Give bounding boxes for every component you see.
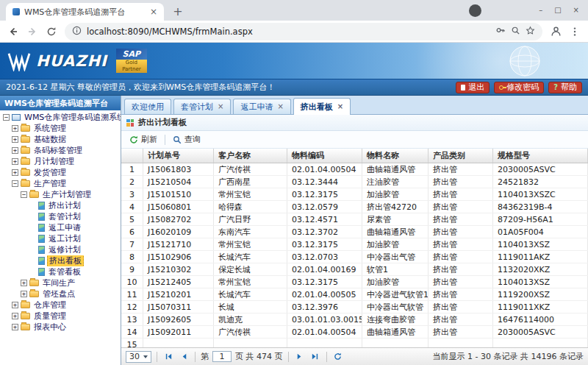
header-row-number [121, 149, 143, 163]
help-button[interactable]: 帮助 [548, 82, 582, 93]
tab-close-icon[interactable]: × [277, 103, 283, 110]
tree-item[interactable]: +月计划管理 [0, 156, 121, 167]
table-row[interactable]: 5J15082702广汽日野03.12.4571尿素管挤出管87209-H56A… [121, 213, 588, 226]
tree-item[interactable]: +基础数据 [0, 134, 121, 145]
url-text[interactable]: localhost:8090/MCHWMS/frmMain.aspx [87, 26, 490, 37]
tree-item[interactable]: +质量管理 [0, 311, 121, 322]
back-icon[interactable] [7, 26, 19, 38]
profile-avatar[interactable] [469, 4, 481, 17]
tab-close-icon[interactable]: × [337, 103, 343, 110]
column-header[interactable]: 物料编码 [287, 149, 362, 163]
table-row[interactable]: 8J15102906长城汽车03.12.0703中冷器出气管挤出管1119011… [121, 251, 588, 263]
tree-item-label: 返修计划 [47, 244, 82, 255]
password-key-icon[interactable] [495, 25, 506, 38]
table-row[interactable]: 1J15061803广汽传祺02.01.04.00504曲轴箱通风管挤出管203… [121, 163, 588, 176]
bookmark-star-icon[interactable] [526, 26, 535, 38]
column-header[interactable]: 客户名称 [214, 149, 287, 163]
table-row[interactable]: 2J15210504广西南星03.12.3444注油胶管挤出管24521832 [121, 176, 588, 188]
table-row[interactable]: 10J15212405常州宝铠03.12.3175加油胶管挤出管1104013X… [121, 276, 588, 288]
pager-refresh-button[interactable] [332, 351, 344, 363]
tree-item[interactable]: +车间生产 [0, 277, 121, 288]
tree-item[interactable]: 返修计划 [0, 244, 121, 255]
tree-item[interactable]: 返工申请 [0, 222, 121, 233]
folder-icon [21, 302, 30, 308]
tree-item[interactable]: +系统管理 [0, 123, 121, 134]
tree-item[interactable]: −WMS仓库管理条码追溯系统 [0, 112, 121, 123]
forward-icon[interactable] [26, 26, 38, 38]
doc-tab[interactable]: 欢迎使用 [124, 99, 171, 114]
expand-toggle-icon[interactable]: + [12, 302, 18, 308]
tree-item[interactable]: 套管看板 [0, 266, 121, 277]
table-row[interactable]: 13J15092605凯迪克03.01.01.03.00152连接弯曲胶管挤出管… [121, 313, 588, 326]
cell [143, 339, 214, 347]
tree-item[interactable]: 挤出计划 [0, 200, 121, 211]
table-row[interactable]: 7J15121710常州宝铠03.12.3175加油胶管挤出管1104013XS… [121, 238, 588, 251]
close-icon[interactable] [573, 7, 579, 14]
menu-dots-icon[interactable] [569, 26, 581, 38]
table-row[interactable]: 9J15210302保定长城02.01.04.00169软管1挤出管113202… [121, 263, 588, 276]
page-number-input[interactable]: 1 [212, 351, 232, 362]
expand-toggle-icon[interactable]: + [12, 313, 18, 319]
browser-tab[interactable]: WMS仓库管理条码追溯平台 [6, 3, 164, 21]
tree-item-label: 套管看板 [47, 266, 82, 277]
expand-toggle-icon[interactable]: + [12, 169, 18, 176]
expand-toggle-icon[interactable]: + [12, 158, 18, 165]
column-header[interactable]: 产品类别 [429, 149, 493, 163]
column-header[interactable]: 规格型号 [493, 149, 588, 163]
table-row[interactable]: 6J16020109东南汽车03.12.3702曲轴箱通风管挤出管01A05F0… [121, 226, 588, 238]
tab-close-icon[interactable] [150, 7, 157, 16]
row-number: 6 [121, 226, 143, 238]
address-bar[interactable]: localhost:8090/MCHWMS/frmMain.aspx [65, 23, 542, 40]
expand-toggle-icon[interactable]: + [21, 280, 27, 286]
cell: 挤出管 [429, 226, 493, 238]
tab-close-icon[interactable]: × [218, 103, 223, 110]
table-row[interactable]: 11J15210201长城汽车02.01.04.00505中冷器进气软管1挤出管… [121, 288, 588, 301]
cell: J15210302 [143, 263, 214, 275]
tree-item[interactable]: +条码标签管理 [0, 145, 121, 156]
change-password-button[interactable]: 修改密码 [494, 82, 544, 93]
doc-tab[interactable]: 返工申请× [233, 99, 290, 114]
expand-toggle-icon[interactable]: + [21, 291, 27, 297]
minimize-icon[interactable] [539, 7, 542, 14]
expand-toggle-icon[interactable]: + [12, 324, 18, 330]
logout-button[interactable]: 退出 [456, 82, 490, 93]
collapse-toggle-icon[interactable]: − [3, 114, 10, 121]
first-page-button[interactable] [162, 351, 174, 363]
cell: 长城 [214, 301, 287, 313]
prev-page-button[interactable] [178, 351, 190, 363]
last-page-button[interactable] [309, 351, 321, 363]
expand-toggle-icon[interactable]: + [12, 147, 18, 154]
collapse-toggle-icon[interactable]: − [21, 191, 27, 198]
tree-item[interactable]: +发货管理 [0, 167, 121, 178]
user-icon[interactable] [550, 26, 562, 38]
tree-item[interactable]: +报表中心 [0, 322, 121, 333]
tree-item[interactable]: +仓库管理 [0, 300, 121, 311]
query-button[interactable]: 查询 [170, 133, 204, 146]
refresh-button[interactable]: 刷新 [126, 133, 160, 146]
table-row[interactable]: 12J15070311长城03.12.3976中冷器出气软管挤出管1119011… [121, 301, 588, 313]
doc-tab[interactable]: 挤出看板× [293, 98, 351, 115]
tree-item[interactable]: −生产管理 [0, 178, 121, 189]
expand-toggle-icon[interactable]: + [12, 125, 18, 132]
site-info-icon[interactable] [72, 26, 82, 38]
expand-toggle-icon[interactable]: + [12, 136, 18, 143]
table-row[interactable]: 14J15092011广汽传祺02.01.04.00504曲轴箱通风管挤出管20… [121, 326, 588, 339]
tree-item[interactable]: 套管计划 [0, 211, 121, 222]
tree-item[interactable]: 返工计划 [0, 233, 121, 244]
collapse-toggle-icon[interactable]: − [12, 180, 18, 187]
column-header[interactable]: 计划单号 [143, 149, 214, 163]
page-size-select[interactable]: 30 [126, 351, 151, 363]
doc-tab[interactable]: 套管计划× [173, 99, 231, 114]
reload-icon[interactable] [46, 26, 57, 38]
table-row[interactable]: 3J15101510常州宝铠03.12.3175加油胶管挤出管1104013XS… [121, 188, 588, 201]
zoom-icon[interactable] [511, 26, 520, 38]
column-header[interactable]: 物料名称 [362, 149, 429, 163]
table-row-partial[interactable]: 15 [121, 339, 588, 347]
maximize-icon[interactable] [554, 7, 561, 14]
tree-item[interactable]: 挤出看板 [0, 255, 121, 266]
table-row[interactable]: 4J15060801哈得森03.12.0579挤出管42720挤出管843623… [121, 201, 588, 213]
next-page-button[interactable] [294, 351, 306, 363]
tree-item[interactable]: +管坯盘点 [0, 288, 121, 300]
new-tab-button[interactable] [170, 3, 186, 19]
tree-item[interactable]: −生产计划管理 [0, 189, 121, 200]
